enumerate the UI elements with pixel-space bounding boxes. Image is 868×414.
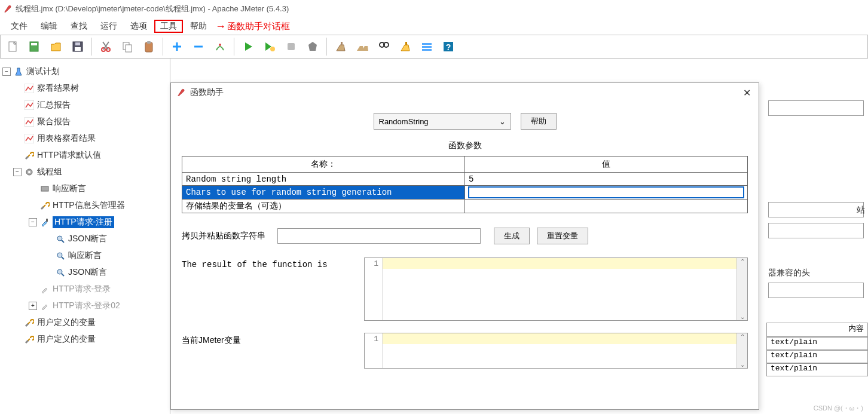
paste-button[interactable] (140, 38, 158, 56)
function-helper-dialog: 函数助手 ✕ RandomString ⌄ 帮助 函数参数 名称： 值 Rand… (170, 82, 759, 410)
result-label: The result of the function is (182, 257, 358, 269)
scrollbar-vertical[interactable]: ⌃⌄ (736, 333, 747, 368)
bg-port-label: 站 (857, 205, 865, 216)
menu-tools[interactable]: 工具 (154, 20, 183, 33)
scroll-up-icon[interactable]: ⌃ (740, 333, 745, 340)
scroll-down-icon[interactable]: ⌄ (740, 314, 745, 320)
bg-content-table: 内容 text/plain text/plain text/plain (766, 323, 868, 376)
arrow-icon: → (215, 20, 226, 33)
copy-button[interactable] (118, 38, 136, 56)
param-row[interactable]: 存储结果的变量名（可选） (182, 200, 748, 213)
shutdown-button[interactable] (304, 38, 322, 56)
chart-icon (24, 133, 35, 144)
help-button[interactable]: 帮助 (521, 113, 557, 130)
tree-aggregate-report[interactable]: 聚合报告 (37, 116, 71, 127)
save-button[interactable] (69, 38, 87, 56)
start-no-timers-button[interactable] (261, 38, 279, 56)
toggle-button[interactable] (211, 38, 229, 56)
bg-input[interactable] (768, 283, 864, 298)
tree-http-defaults[interactable]: HTTP请求默认值 (37, 150, 101, 161)
param-value-input[interactable] (469, 187, 744, 198)
tree-table-results[interactable]: 用表格察看结果 (37, 133, 96, 144)
col-name-header: 名称： (182, 157, 465, 173)
scroll-up-icon[interactable]: ⌃ (740, 258, 745, 265)
svg-text:?: ? (446, 42, 451, 52)
tree-json-assert2[interactable]: JSON断言 (68, 267, 107, 278)
svg-rect-15 (341, 42, 343, 45)
param-row[interactable]: Random string length (182, 173, 748, 186)
feather-icon (177, 88, 185, 97)
bg-input[interactable] (768, 100, 864, 116)
search-button[interactable] (375, 38, 393, 56)
tree-http-register[interactable]: HTTP请求-注册 (53, 216, 114, 228)
function-helper-button[interactable] (418, 38, 436, 56)
bg-row[interactable]: text/plain (766, 363, 868, 376)
expand-button[interactable] (168, 38, 186, 56)
param-value-input[interactable] (469, 174, 744, 184)
wrench-icon (24, 150, 35, 161)
tree-response-assert2[interactable]: 响应断言 (68, 250, 102, 261)
param-row[interactable]: Chars to use for random string generatio… (182, 186, 748, 200)
function-string-input[interactable] (277, 228, 481, 244)
tree-summary-report[interactable]: 汇总报告 (37, 100, 71, 111)
tree-http-login[interactable]: HTTP请求-登录 (53, 284, 111, 295)
tree-response-assertion[interactable]: 响应断言 (53, 183, 86, 194)
bg-row[interactable]: text/plain (766, 337, 868, 350)
gear-icon (24, 167, 35, 177)
menu-edit[interactable]: 编辑 (35, 20, 63, 33)
templates-button[interactable] (26, 38, 44, 56)
tree-http-login02[interactable]: HTTP请求-登录02 (53, 300, 120, 311)
dialog-titlebar[interactable]: 函数助手 ✕ (171, 83, 759, 102)
function-select[interactable]: RandomString ⌄ (374, 113, 511, 130)
open-button[interactable] (47, 38, 65, 56)
scrollbar-vertical[interactable]: ⌃⌄ (736, 258, 747, 320)
svg-rect-14 (288, 43, 295, 50)
toggle-icon[interactable]: − (2, 68, 11, 76)
param-value-input[interactable] (469, 201, 744, 211)
svg-rect-4 (75, 47, 81, 51)
chart-icon (24, 83, 35, 94)
tree-header-manager[interactable]: HTTP信息头管理器 (53, 200, 125, 211)
line-gutter: 1 (365, 258, 383, 320)
result-textarea[interactable]: 1 ⌃⌄ (364, 257, 748, 321)
reset-search-button[interactable] (396, 38, 414, 56)
stop-button[interactable] (282, 38, 300, 56)
clear-all-button[interactable] (353, 38, 371, 56)
bg-row[interactable]: text/plain (766, 350, 868, 363)
wrench-icon (24, 334, 35, 345)
toggle-icon[interactable]: + (29, 302, 37, 310)
bg-input[interactable] (768, 202, 864, 217)
generate-button[interactable]: 生成 (494, 228, 530, 244)
vars-textarea[interactable]: 1 ⌃⌄ (364, 333, 748, 369)
feather-icon (4, 5, 12, 13)
close-icon[interactable]: ✕ (741, 87, 753, 99)
collapse-button[interactable] (190, 38, 207, 56)
start-button[interactable] (239, 38, 257, 56)
menu-options[interactable]: 选项 (124, 20, 153, 33)
tree-test-plan[interactable]: 测试计划 (26, 66, 60, 77)
scroll-down-icon[interactable]: ⌄ (740, 361, 745, 368)
clear-button[interactable] (332, 38, 350, 56)
menu-file[interactable]: 文件 (5, 20, 33, 33)
toggle-icon[interactable]: − (13, 168, 22, 176)
bg-input[interactable] (768, 223, 864, 238)
menu-search[interactable]: 查找 (65, 20, 93, 33)
function-select-value: RandomString (379, 117, 429, 126)
toggle-icon[interactable]: − (29, 218, 37, 226)
tree-thread-group[interactable]: 线程组 (37, 167, 62, 177)
svg-rect-21 (422, 49, 432, 51)
help-button[interactable]: ? (439, 38, 457, 56)
tree-panel[interactable]: −测试计划 察看结果树 汇总报告 聚合报告 用表格察看结果 HTTP请求默认值 … (0, 59, 170, 414)
tree-user-vars2[interactable]: 用户定义的变量 (37, 334, 96, 345)
tree-user-vars1[interactable]: 用户定义的变量 (37, 317, 96, 328)
current-vars-label: 当前JMeter变量 (182, 333, 358, 346)
menu-help[interactable]: 帮助 (184, 20, 213, 33)
window-title: 线程组.jmx (D:\Develop\jmeter\jmeter-code\线… (16, 4, 289, 14)
menu-run[interactable]: 运行 (94, 20, 123, 33)
tree-view-results[interactable]: 察看结果树 (37, 83, 79, 94)
tree-json-assert[interactable]: JSON断言 (68, 234, 107, 244)
new-button[interactable] (4, 38, 22, 56)
magnifier-icon (55, 267, 66, 278)
reset-vars-button[interactable]: 重置变量 (537, 228, 588, 244)
cut-button[interactable] (97, 38, 115, 56)
